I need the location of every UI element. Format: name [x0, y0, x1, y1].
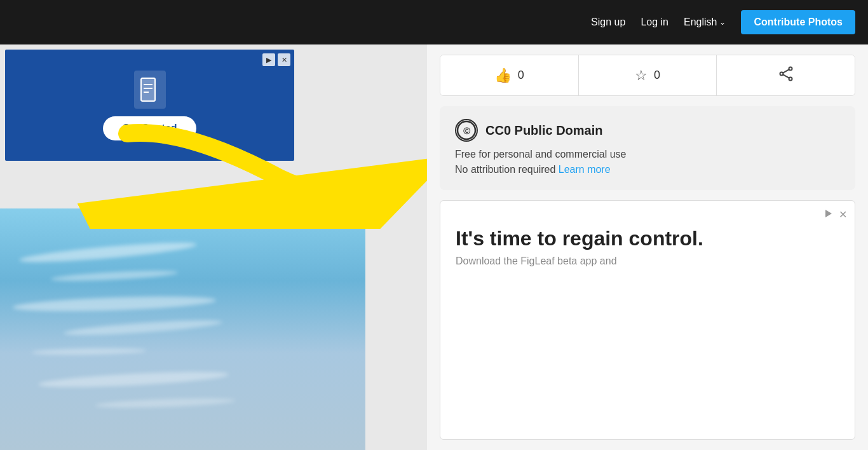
thumbs-up-icon: 👍 [494, 67, 512, 84]
svg-line-8 [783, 69, 789, 72]
ad-close-icon[interactable]: ✕ [278, 53, 290, 66]
license-box: Ⓒ CC0 Public Domain Free for personal an… [440, 106, 855, 190]
left-panel: ▶ ✕ Get Started [0, 44, 427, 450]
ad2-subtitle: Download the FigLeaf beta app and [456, 256, 839, 267]
cc0-icon: Ⓒ [455, 119, 478, 142]
ad-get-started-button[interactable]: Get Started [103, 116, 196, 140]
license-line1: Free for personal and commercial use [455, 149, 626, 160]
license-description: Free for personal and commercial use No … [455, 147, 840, 177]
ad2-play-icon[interactable] [824, 208, 834, 221]
signup-link[interactable]: Sign up [591, 17, 625, 28]
favorite-count: 0 [654, 69, 660, 82]
language-label: English [684, 17, 717, 28]
contribute-photos-button[interactable]: Contribute Photos [741, 10, 855, 34]
ad-banner: ▶ ✕ Get Started [5, 50, 294, 161]
chevron-down-icon: ⌄ [719, 18, 726, 27]
photo-image [0, 208, 365, 450]
login-link[interactable]: Log in [641, 17, 668, 28]
ad-document-icon [134, 71, 166, 109]
like-button[interactable]: 👍 0 [440, 55, 579, 95]
language-selector[interactable]: English ⌄ [684, 17, 726, 28]
license-title-row: Ⓒ CC0 Public Domain [455, 119, 840, 142]
ad-box-2: ✕ It's time to regain control. Download … [440, 200, 855, 440]
share-icon [778, 65, 794, 85]
main-content: ▶ ✕ Get Started [0, 44, 868, 450]
header: Sign up Log in English ⌄ Contribute Phot… [0, 0, 868, 44]
ad2-title: It's time to regain control. [456, 226, 839, 250]
svg-line-9 [783, 74, 789, 78]
star-icon: ☆ [635, 67, 648, 84]
ad-play-icon[interactable]: ▶ [262, 53, 275, 66]
ad-box-2-controls: ✕ [824, 208, 847, 221]
right-panel: 👍 0 ☆ 0 [427, 44, 868, 450]
svg-marker-12 [825, 210, 832, 217]
svg-text:Ⓒ: Ⓒ [463, 127, 471, 135]
action-bar: 👍 0 ☆ 0 [440, 55, 855, 96]
license-line2-prefix: No attribution required [455, 164, 555, 175]
ad2-close-icon[interactable]: ✕ [839, 208, 847, 221]
ad-controls: ▶ ✕ [262, 53, 290, 66]
favorite-button[interactable]: ☆ 0 [579, 55, 717, 95]
share-button[interactable] [717, 55, 855, 95]
learn-more-link[interactable]: Learn more [559, 164, 611, 175]
license-title: CC0 Public Domain [485, 123, 602, 138]
like-count: 0 [518, 69, 524, 82]
svg-rect-0 [141, 78, 155, 101]
ad-content: Get Started [5, 50, 294, 161]
